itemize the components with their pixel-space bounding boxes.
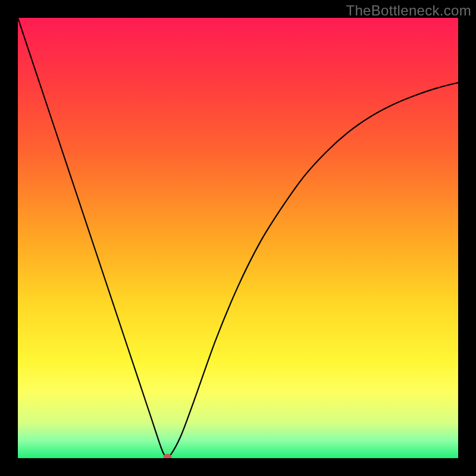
bottleneck-chart [18,18,458,458]
chart-container: { "watermark": "TheBottleneck.com", "cha… [0,0,476,476]
watermark-text: TheBottleneck.com [346,2,471,19]
gradient-background [18,18,458,458]
plot-area [18,18,458,458]
